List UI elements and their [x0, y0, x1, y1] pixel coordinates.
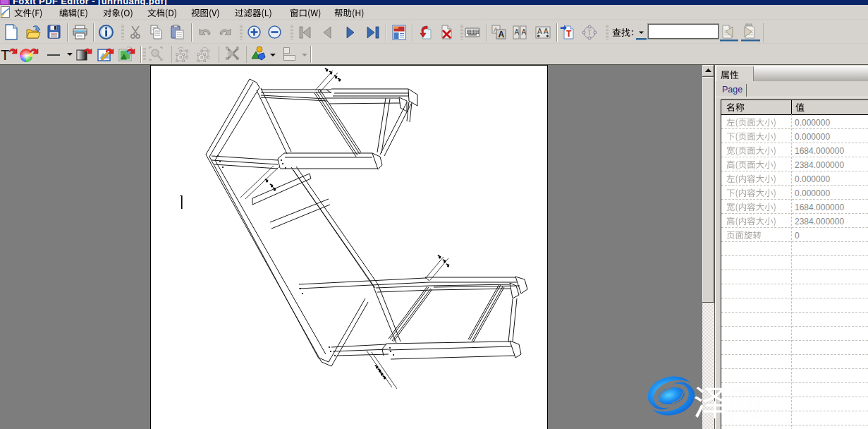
svg-text:2384.000000: 2384.000000: [795, 160, 844, 170]
svg-text:Page: Page: [722, 85, 742, 95]
svg-text:2384.000000: 2384.000000: [795, 217, 844, 226]
svg-text::: :: [631, 28, 634, 37]
svg-text:A: A: [522, 28, 527, 36]
svg-text:0.000000: 0.000000: [795, 132, 830, 142]
svg-text:A: A: [499, 30, 505, 40]
svg-text:0.000000: 0.000000: [795, 174, 830, 184]
svg-text:T: T: [1, 47, 9, 63]
svg-text:0.000000: 0.000000: [795, 188, 830, 198]
svg-text:0: 0: [795, 231, 800, 241]
svg-text:A: A: [544, 28, 549, 35]
svg-text:0.000000: 0.000000: [795, 118, 830, 128]
svg-text:A: A: [537, 28, 542, 35]
svg-text:T: T: [587, 28, 592, 37]
svg-text:1684.000000: 1684.000000: [795, 146, 844, 156]
svg-text:A: A: [515, 28, 520, 36]
svg-text:1684.000000: 1684.000000: [795, 203, 844, 212]
svg-text:T: T: [566, 29, 572, 39]
